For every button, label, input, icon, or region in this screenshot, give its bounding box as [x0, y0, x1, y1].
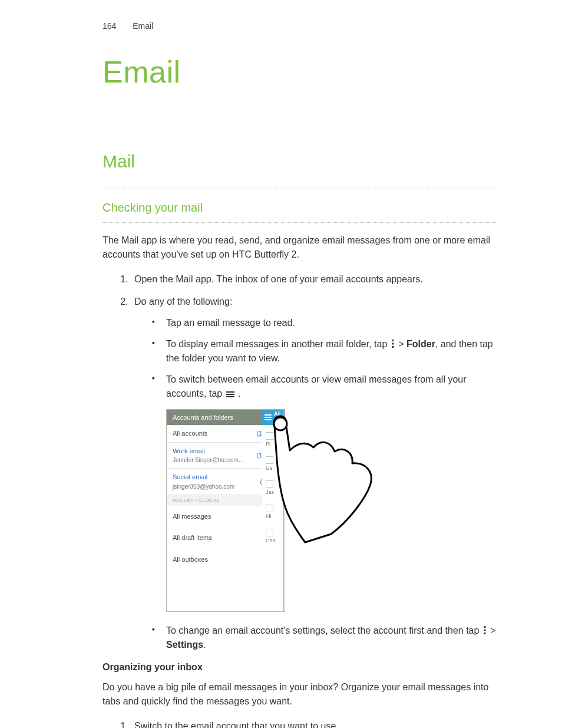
svg-rect-2: [392, 346, 394, 348]
intro-paragraph: The Mail app is where you read, send, an…: [103, 233, 497, 262]
menu-icon: [265, 414, 272, 420]
text-fragment: To change an email account's settings, s…: [166, 625, 482, 635]
account-name: All accounts: [173, 429, 207, 439]
text-strong: Folder: [406, 339, 435, 349]
svg-rect-4: [226, 394, 234, 395]
section-heading: Mail: [103, 148, 497, 174]
divider: [103, 189, 497, 189]
page-number: 164: [103, 21, 116, 31]
account-name: Social email: [173, 472, 234, 482]
text-strong: Settings: [166, 640, 203, 650]
header-section: Email: [133, 21, 153, 31]
text-fragment: To display email messages in another mai…: [166, 339, 390, 349]
account-sub: Jennifer.Singer@htc.com…: [173, 456, 244, 465]
subsection-heading: Checking your mail: [103, 193, 497, 219]
page-header: 164 Email: [103, 20, 497, 32]
right-panel: All(15 Pr Us Jas Fli Cha: [262, 409, 284, 612]
substep-item: To switch between email accounts or view…: [152, 373, 497, 615]
checkbox-icon: [266, 456, 273, 464]
svg-rect-0: [392, 340, 394, 341]
text-fragment: .: [238, 388, 240, 398]
svg-rect-1: [392, 343, 394, 345]
mail-preview: Pr: [266, 441, 283, 453]
mail-preview: Cha: [266, 538, 283, 549]
vertical-dots-icon: [391, 339, 395, 348]
substep-item: To change an email account's settings, s…: [152, 624, 497, 652]
step-item: Open the Mail app. The inbox of one of y…: [131, 272, 497, 286]
mail-preview: Jas: [266, 489, 283, 501]
text-fragment: >: [398, 339, 406, 349]
checkbox-icon: [266, 480, 273, 488]
svg-rect-12: [484, 633, 485, 634]
checkbox-icon: [266, 505, 273, 512]
account-sub: jsinger350@yahoo.com: [173, 482, 234, 491]
svg-rect-10: [484, 626, 485, 628]
folder-name: All messages: [173, 512, 211, 522]
step-text: Do any of the following:: [134, 297, 232, 307]
topbar-text: All(15: [274, 411, 282, 423]
checkbox-icon: [266, 432, 273, 440]
svg-rect-5: [226, 396, 234, 397]
text-fragment: >: [490, 625, 495, 635]
divider: [103, 222, 497, 223]
text-fragment: .: [203, 640, 206, 650]
svg-rect-6: [265, 414, 272, 416]
step-item: Switch to the email account that you wan…: [131, 719, 497, 728]
step-item: Do any of the following: Tap an email me…: [131, 295, 497, 652]
vertical-dots-icon: [483, 625, 487, 635]
folder-name: All outboxes: [173, 555, 208, 565]
svg-rect-11: [484, 630, 485, 631]
checkbox-icon: [266, 529, 273, 536]
svg-rect-3: [226, 391, 234, 393]
organize-intro: Do you have a big pile of email messages…: [103, 680, 497, 709]
steps-list-b: Switch to the email account that you wan…: [103, 719, 497, 728]
illustration: Accounts and folders All accounts (15) W…: [166, 409, 378, 615]
svg-rect-7: [265, 417, 272, 418]
substep-item: To display email messages in another mai…: [152, 337, 497, 365]
substep-item: Tap an email message to read.: [152, 316, 497, 330]
steps-list-a: Open the Mail app. The inbox of one of y…: [103, 272, 497, 652]
mail-preview: Us: [266, 465, 283, 477]
substep-list: Tap an email message to read. To display…: [134, 316, 497, 652]
panel-topbar: All(15: [262, 410, 283, 425]
organize-heading: Organizing your inbox: [103, 660, 497, 674]
mail-preview: Fli: [266, 513, 283, 525]
page-title: Email: [103, 49, 497, 95]
svg-rect-8: [265, 419, 272, 420]
menu-icon: [226, 391, 234, 398]
folder-name: All draft items: [173, 533, 212, 543]
account-name: Work email: [173, 446, 244, 456]
text-fragment: To switch between email accounts or view…: [166, 374, 467, 398]
